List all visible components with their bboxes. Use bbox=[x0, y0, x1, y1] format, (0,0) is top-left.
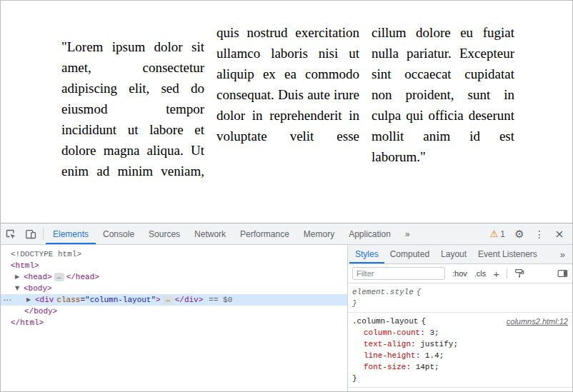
tab-memory[interactable]: Memory bbox=[297, 223, 342, 244]
colon: : bbox=[416, 351, 425, 360]
element-style-close: } bbox=[348, 298, 572, 309]
devtools-body: <!DOCTYPE html> <html> ▶<head>…</head> ▼… bbox=[1, 245, 572, 391]
element-style-rule[interactable]: element.style{ } bbox=[348, 283, 572, 313]
head-close-tag: </head> bbox=[66, 273, 99, 281]
colon: : bbox=[411, 340, 420, 348]
close-devtools-icon[interactable]: × bbox=[549, 227, 569, 241]
browser-window: "Lorem ipsum dolor sit amet, consectetur… bbox=[0, 0, 573, 392]
text-column-2: quis nostrud exercitation ullamco labori… bbox=[216, 22, 359, 181]
paint-roller-glyph bbox=[514, 268, 524, 278]
warning-badge[interactable]: ⚠ 1 bbox=[486, 228, 509, 239]
text-column-1: "Lorem ipsum dolor sit amet, consectetur… bbox=[61, 36, 204, 181]
semicolon: ; bbox=[453, 340, 458, 348]
tab-network[interactable]: Network bbox=[187, 223, 233, 244]
settings-gear-icon[interactable]: ⚙ bbox=[509, 228, 529, 241]
body-close-node[interactable]: </body> bbox=[1, 306, 347, 317]
semicolon: ; bbox=[434, 363, 439, 371]
rendering-emulation-icon[interactable] bbox=[514, 268, 524, 278]
computed-sidebar-toggle-icon[interactable] bbox=[557, 268, 568, 278]
warning-icon: ⚠ bbox=[490, 228, 499, 239]
kebab-menu-icon[interactable]: ⋮ bbox=[529, 228, 549, 240]
head-open-tag: <head> bbox=[24, 273, 52, 281]
div-open-tag-end: > bbox=[156, 296, 161, 304]
div-class-attr-value: "column-layout" bbox=[85, 296, 156, 304]
inline-expand-icon[interactable]: … bbox=[54, 273, 64, 281]
semicolon: ; bbox=[434, 328, 439, 337]
sidebar-tabs: Styles Computed Layout Event Listeners » bbox=[348, 245, 572, 264]
more-actions-icon[interactable]: ⋯ bbox=[3, 294, 11, 306]
inspect-element-icon[interactable] bbox=[1, 223, 21, 244]
inline-expand-icon[interactable]: … bbox=[163, 296, 173, 304]
html-open-node[interactable]: <html> bbox=[1, 260, 347, 271]
toolbar-right-group: ⚠ 1 ⚙ ⋮ × bbox=[486, 223, 572, 244]
html-close-node[interactable]: </html> bbox=[1, 317, 347, 328]
body-close-tag: </body> bbox=[24, 307, 57, 316]
close-brace: } bbox=[352, 374, 357, 383]
element-style-header[interactable]: element.style{ bbox=[348, 286, 572, 298]
element-style-selector: element.style bbox=[352, 288, 414, 296]
div-open-tag: <div bbox=[35, 296, 54, 304]
tab-application[interactable]: Application bbox=[342, 223, 398, 244]
tab-performance[interactable]: Performance bbox=[233, 223, 297, 244]
toolbar-divider bbox=[43, 228, 44, 240]
collapse-arrow-icon[interactable]: ▼ bbox=[15, 283, 24, 294]
tab-styles[interactable]: Styles bbox=[349, 245, 384, 263]
tab-computed[interactable]: Computed bbox=[384, 245, 435, 263]
open-brace: { bbox=[421, 316, 426, 327]
tab-elements[interactable]: Elements bbox=[46, 223, 96, 244]
colon: : bbox=[420, 328, 429, 337]
stylesheet-source-link[interactable]: columns2.html:12 bbox=[507, 316, 568, 327]
tab-console[interactable]: Console bbox=[96, 223, 141, 244]
tab-layout[interactable]: Layout bbox=[435, 245, 472, 263]
css-property-font-size[interactable]: font-size: 14pt; bbox=[348, 361, 572, 373]
styles-rule-list: element.style{ } .column-layout{ columns… bbox=[348, 283, 572, 391]
sidebar-panel-glyph bbox=[557, 268, 568, 278]
body-open-tag: <body> bbox=[24, 284, 52, 293]
css-property-column-count[interactable]: column-count: 3; bbox=[348, 327, 572, 338]
rule-close: } bbox=[348, 373, 572, 384]
doctype-node[interactable]: <!DOCTYPE html> bbox=[1, 248, 347, 260]
rule-header: .column-layout{ columns2.html:12 bbox=[348, 316, 572, 327]
elements-tree-pane: <!DOCTYPE html> <html> ▶<head>…</head> ▼… bbox=[1, 245, 348, 391]
styles-sidebar: Styles Computed Layout Event Listeners »… bbox=[348, 245, 572, 391]
rule-header: div{ user agent stylesheet bbox=[348, 391, 572, 391]
rule-selector[interactable]: .column-layout bbox=[352, 316, 418, 327]
css-property-line-height[interactable]: line-height: 1.4; bbox=[348, 350, 572, 361]
html-open-tag: <html> bbox=[11, 261, 39, 270]
styles-toolbar: :hov .cls + bbox=[348, 264, 572, 283]
css-rule-column-layout[interactable]: .column-layout{ columns2.html:12 column-… bbox=[348, 313, 572, 388]
close-brace: } bbox=[352, 299, 357, 308]
text-column-3: cillum dolore eu fugiat nulla pariatur. … bbox=[372, 22, 514, 181]
body-open-node[interactable]: ▼<body> bbox=[1, 283, 347, 294]
device-toolbar-icon[interactable] bbox=[21, 223, 41, 244]
column-layout: "Lorem ipsum dolor sit amet, consectetur… bbox=[61, 22, 515, 181]
head-node[interactable]: ▶<head>…</head> bbox=[1, 271, 347, 283]
div-close-tag: </div> bbox=[175, 296, 204, 304]
html-close-tag: </html> bbox=[11, 318, 44, 327]
open-brace: { bbox=[369, 391, 374, 391]
tab-sources[interactable]: Sources bbox=[141, 223, 187, 244]
rule-selector[interactable]: div bbox=[352, 391, 367, 391]
device-glyph bbox=[25, 228, 36, 240]
more-panels-icon[interactable]: » bbox=[554, 245, 572, 263]
colon: : bbox=[406, 363, 415, 371]
new-style-rule-icon[interactable]: + bbox=[493, 268, 499, 279]
tab-event-listeners[interactable]: Event Listeners bbox=[472, 245, 543, 263]
css-property-text-align[interactable]: text-align: justify; bbox=[348, 338, 572, 350]
expand-arrow-icon[interactable]: ▶ bbox=[15, 271, 24, 283]
devtools-toolbar: Elements Console Sources Network Perform… bbox=[1, 223, 572, 245]
toolbar-divider bbox=[507, 268, 507, 278]
more-tabs-icon[interactable]: » bbox=[398, 223, 417, 244]
inspect-cursor-glyph bbox=[5, 228, 16, 240]
open-brace: { bbox=[417, 288, 422, 296]
toggle-element-state-button[interactable]: :hov bbox=[452, 269, 467, 278]
user-agent-stylesheet-label: user agent stylesheet bbox=[493, 391, 568, 391]
user-agent-rule[interactable]: div{ user agent stylesheet display: bloc… bbox=[348, 388, 572, 391]
devtools-panel: Elements Console Sources Network Perform… bbox=[1, 223, 572, 391]
selected-div-node[interactable]: ⋯▶<divclass="column-layout">…</div>== $0 bbox=[1, 294, 347, 306]
div-class-attr-name: class bbox=[56, 296, 80, 304]
styles-filter-input[interactable] bbox=[352, 267, 445, 280]
selected-node-hint: == $0 bbox=[209, 296, 232, 304]
expand-arrow-icon[interactable]: ▶ bbox=[26, 294, 35, 306]
element-classes-button[interactable]: .cls bbox=[474, 269, 487, 278]
